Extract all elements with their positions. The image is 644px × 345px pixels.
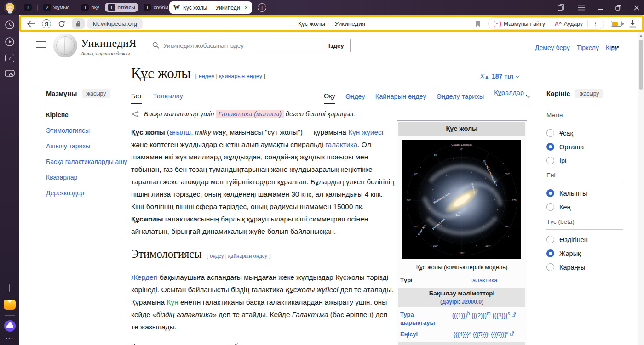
epoch-link[interactable]: Дәуірі <box>442 299 459 305</box>
active-tab[interactable]: W Құс жолы — Уикипеди × <box>169 1 252 14</box>
toc-item-intro[interactable]: Кіріспе <box>46 110 129 120</box>
edit-source-link[interactable]: қайнарын өңдеу <box>228 253 268 259</box>
profile-avatar[interactable] <box>4 1 16 14</box>
scrollbar-thumb[interactable] <box>639 40 643 90</box>
appearance-panel: Көрініс жасыру Мәтін Ұсақ Орташа Ірі Ені… <box>546 89 623 271</box>
svg-text:150°: 150° <box>433 244 438 247</box>
yandex-disk-icon[interactable] <box>4 320 16 332</box>
url-display[interactable]: kk.wikipedia.org <box>87 18 143 29</box>
article-title-row: Құс жолы [ өңдеу | қайнарын өңдеу ] <box>131 65 265 82</box>
dec-label-link[interactable]: Еңісуі <box>400 330 443 339</box>
tab-talk[interactable]: Талқылау <box>153 92 183 104</box>
download-icon[interactable] <box>629 20 637 28</box>
tab-edit-source[interactable]: Қайнарын өңдеу <box>375 93 426 104</box>
kebab-menu-icon[interactable]: ⋮ <box>592 20 598 27</box>
tab-edit[interactable]: Өңдеу <box>345 93 365 104</box>
text-span: галактикасының барлық құраушылары кіші с… <box>131 215 368 235</box>
tab-close-icon[interactable]: × <box>244 4 248 11</box>
epoch-value-link[interactable]: J2000.0 <box>462 299 482 305</box>
edit-link[interactable]: өңдеу <box>210 253 224 259</box>
radio-option-wide[interactable]: Кең <box>546 203 623 211</box>
radio-option-dark[interactable]: Қараңғы <box>546 263 623 271</box>
play-media-icon[interactable] <box>5 37 15 47</box>
translate-icon: Аә <box>555 21 562 27</box>
tab-group-family-active[interactable]: 1 отбасы <box>105 3 138 12</box>
text-span: Құс жолы — кең, ақшыл жолақ болып тұтасқ… <box>131 342 382 345</box>
toc-item: Квазарлар <box>46 173 129 182</box>
page-scrollbar[interactable]: ▲ <box>638 32 644 345</box>
radio-option-standard[interactable]: Қалыпты <box>546 189 623 197</box>
tab-group-study[interactable]: 1 оқу <box>78 3 102 12</box>
epoch-line: (Дәуірі: J2000.0) <box>399 298 524 305</box>
text-span: milky way <box>193 128 225 136</box>
address-bar-right: « Мазмұнын айту Аә Аудару ⋮ <box>475 17 637 30</box>
wiki-link[interactable]: Жердегі <box>131 273 158 281</box>
read-aloud-button[interactable]: « Мазмұнын айту <box>494 21 545 27</box>
avatar-girl-icon <box>4 1 16 14</box>
radio-option-small[interactable]: Ұсақ <box>546 129 623 137</box>
site-security-badge[interactable] <box>72 18 85 29</box>
wiki-link[interactable]: ағылш. <box>169 128 193 136</box>
ra-label-link[interactable]: Тура шарықтауы <box>400 311 443 327</box>
wiki-menu-icon[interactable] <box>36 41 46 49</box>
wiki-link-green[interactable]: Күн <box>167 298 178 306</box>
search-input[interactable] <box>149 39 322 52</box>
hatnote-link[interactable]: Галактика (мағына) <box>216 110 284 118</box>
wikipedia-wordmark[interactable]: УикипедиЯ Ашық энциклопедиясы <box>81 37 137 56</box>
reload-icon[interactable] <box>58 20 65 28</box>
back-icon[interactable] <box>27 21 35 27</box>
language-selector[interactable]: A 187 тіл <box>480 73 519 80</box>
browser-window: 1 2 жұмыс 1 оқу 1 отбасы 1 хобби <box>0 0 644 345</box>
radio-option-medium[interactable]: Орташа <box>546 143 623 151</box>
infobox-section-characteristics: Сипаттамалары <box>398 342 525 345</box>
tab-read[interactable]: Оқу <box>324 92 335 104</box>
rail-more-button[interactable]: ••• <box>6 336 14 341</box>
radio-option-light[interactable]: Жарық <box>546 249 623 257</box>
text-span: және көптеген жұлдыздар енетін алып аума… <box>131 141 325 148</box>
svg-text:270°: 270° <box>512 199 517 202</box>
text-span: » деп те атайды. Кейде <box>213 311 292 318</box>
bookmark-icon[interactable] <box>475 20 481 28</box>
menu-icon[interactable] <box>578 5 585 11</box>
add-panel-icon[interactable] <box>5 283 14 293</box>
restore-window-icon[interactable] <box>615 5 621 11</box>
close-window-icon[interactable] <box>634 5 639 11</box>
register-link[interactable]: Тіркелу <box>577 44 599 51</box>
yandex-search-icon[interactable]: Я <box>42 19 51 28</box>
tab-page[interactable]: Бет <box>131 92 142 104</box>
battery-indicator[interactable] <box>611 21 622 27</box>
type-value-link[interactable]: галактика <box>471 277 498 283</box>
minimize-icon[interactable] <box>598 5 603 11</box>
edit-source-link[interactable]: қайнарын өңдеу <box>219 73 262 79</box>
tab-history[interactable]: Өңделу тарихы <box>437 93 484 104</box>
tab-group-1[interactable]: 1 <box>21 3 34 12</box>
edit-link[interactable]: өңдеу <box>199 73 214 79</box>
translate-button[interactable]: Аә Аудару <box>555 21 583 27</box>
hatnote-text: Басқа мағыналар үшін Галактика (мағына) … <box>144 108 355 120</box>
radio-option-large[interactable]: Ірі <box>546 157 623 164</box>
history-clock-icon[interactable] <box>5 20 15 30</box>
infobox: Құс жолы <box>397 120 527 345</box>
search-button[interactable]: Іздеу <box>322 39 351 52</box>
wikipedia-logo[interactable] <box>53 34 77 57</box>
appearance-hide-button[interactable]: жасыру <box>575 89 603 98</box>
header-more-button[interactable]: ••• <box>612 43 620 50</box>
side-panels-icon[interactable] <box>558 4 565 11</box>
wiki-link[interactable]: галактика <box>325 141 357 148</box>
yandex-mail-icon[interactable] <box>4 300 16 310</box>
radio-option-automatic[interactable]: Өздігінен <box>546 236 623 243</box>
tab-group-work[interactable]: 2 жұмыс <box>40 3 72 12</box>
wiki-link[interactable]: Күн жүйесі <box>348 128 383 136</box>
row-label: Түрі <box>400 276 443 284</box>
new-tab-button[interactable]: + <box>258 3 266 12</box>
toc-hide-button[interactable]: жасыру <box>82 89 110 98</box>
scrollbar-up-arrow[interactable]: ▲ <box>638 32 644 39</box>
screencast-icon[interactable] <box>4 69 15 79</box>
galaxy-image[interactable]: Galactic Longitude 0° 30° 60° 90° 120° 1… <box>402 140 521 259</box>
tabs-counter-button[interactable]: 7 <box>5 54 14 62</box>
infobox-row-dec: Еңісуі {{{4}}}° {{{5}}}′ {{{6}}}″ <box>398 328 525 340</box>
donate-link[interactable]: Демеу беру <box>535 44 570 51</box>
dec-value: {{{4}}}° {{{5}}}′ {{{6}}}″ <box>444 330 523 339</box>
translate-label: Аудару <box>564 21 583 27</box>
tab-tools[interactable]: Құралдар <box>494 89 529 104</box>
